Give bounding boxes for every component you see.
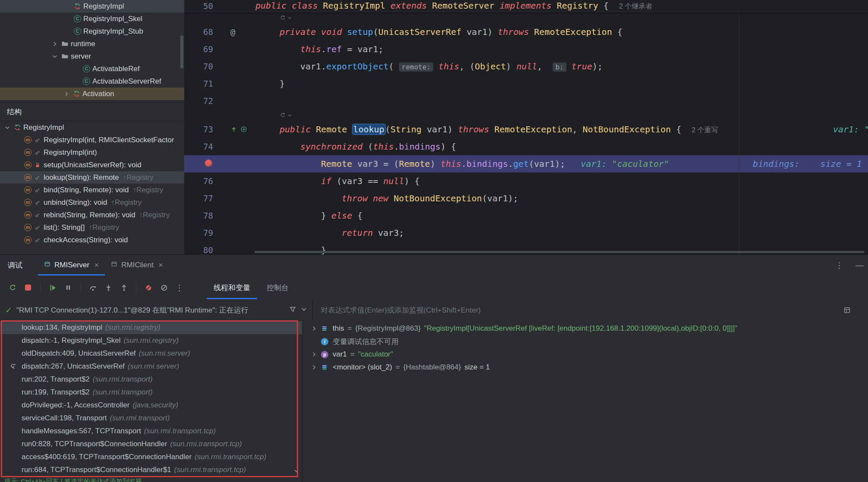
close-icon[interactable]: × <box>94 260 99 270</box>
stack-frame-row[interactable]: doPrivileged:-1, AccessController(java.s… <box>0 399 302 412</box>
more-actions-icon[interactable]: ⋮ <box>173 281 186 294</box>
structure-member[interactable]: mRegistryImpl(int, RMIClientSocketFactor <box>0 134 184 146</box>
structure-member[interactable]: munbind(String): void↑Registry <box>0 196 184 209</box>
stack-frame-row[interactable]: serviceCall:198, Transport(sun.rmi.trans… <box>0 412 302 425</box>
code-line[interactable]: public Remote lookup(String var1) throws… <box>259 124 718 135</box>
chevron-right-icon[interactable] <box>63 91 73 97</box>
stack-frames-list[interactable]: lookup:134, RegistryImpl(sun.rmi.registr… <box>0 321 302 482</box>
stack-frame-row[interactable]: run:684, TCPTransport$ConnectionHandler$… <box>0 463 302 476</box>
evaluate-expression-input[interactable]: 对表达式求值(Enter)或添加监视(Ctrl+Shift+Enter) <box>313 300 868 321</box>
variable-row[interactable]: this={RegistryImpl@863}"RegistryImpl[Uni… <box>302 322 868 335</box>
chevron-down-icon[interactable] <box>4 125 14 131</box>
implements-icon[interactable] <box>230 126 237 133</box>
stack-frame-row[interactable]: run0:828, TCPTransport$ConnectionHandler… <box>0 438 302 451</box>
stop-button[interactable] <box>22 281 35 294</box>
code-line[interactable]: if (var3 == null) { <box>259 176 420 186</box>
tab-threads-variables[interactable]: 线程和变量 <box>207 276 257 299</box>
codevision-icon[interactable] <box>280 15 292 21</box>
structure-member[interactable]: mRegistryImpl(int) <box>0 146 184 159</box>
gutter-line-number[interactable]: 68 <box>184 27 218 37</box>
annotation-icon[interactable]: @ <box>230 27 235 37</box>
project-tree-item[interactable]: server <box>0 50 184 63</box>
gutter-line-number[interactable]: 69 <box>184 44 218 54</box>
gutter-line-number[interactable]: 76 <box>184 176 218 186</box>
pause-button[interactable] <box>62 281 75 294</box>
structure-member[interactable]: mlookup(String): Remote↑Registry <box>0 171 184 184</box>
code-line[interactable]: synchronized (this.bindings) { <box>259 141 456 152</box>
resume-button[interactable] <box>46 281 59 294</box>
stack-frame-row[interactable]: access$400:619, TCPTransport$ConnectionH… <box>0 451 302 463</box>
code-line[interactable]: } else { <box>259 210 362 221</box>
stack-frame-row[interactable]: dispatch:267, UnicastServerRef(sun.rmi.s… <box>0 360 302 373</box>
gutter-line-number[interactable]: 79 <box>184 228 218 238</box>
project-tree-item[interactable]: RegistryImpl <box>0 0 184 13</box>
expand-chevron-icon[interactable] <box>311 326 318 332</box>
code-line[interactable]: var1.exportObject( remote: this, (Object… <box>259 61 603 72</box>
variable-row[interactable]: pvar1="caculator" <box>302 348 868 361</box>
rerun-button[interactable] <box>6 281 19 294</box>
chevron-down-icon[interactable] <box>301 306 307 314</box>
gutter-line-number[interactable]: 77 <box>184 194 218 203</box>
project-tree-item[interactable]: CRegistryImpl_Stub <box>0 25 184 38</box>
stack-frame-row[interactable]: oldDispatch:409, UnicastServerRef(sun.rm… <box>0 347 302 360</box>
structure-member[interactable]: mlist(): String[]↑Registry <box>0 221 184 234</box>
variable-row[interactable]: i变量调试信息不可用 <box>302 335 868 348</box>
hide-panel-icon[interactable]: — <box>855 260 864 270</box>
stack-frame-row[interactable]: lookup:134, RegistryImpl(sun.rmi.registr… <box>0 321 302 334</box>
code-line[interactable]: public class RegistryImpl extends Remote… <box>218 0 652 11</box>
gutter-line-number[interactable] <box>184 159 218 169</box>
thread-status-bar[interactable]: ✓ "RMI TCP Connection(1)-127.0...1"@829 … <box>0 300 313 321</box>
gutter-line-number[interactable]: 72 <box>184 96 218 106</box>
variables-list[interactable]: this={RegistryImpl@863}"RegistryImpl[Uni… <box>302 321 868 482</box>
filter-icon[interactable] <box>289 306 296 315</box>
tab-rmiclient[interactable]: RMIClient × <box>105 255 169 275</box>
code-line[interactable]: } <box>259 78 285 89</box>
chevron-right-icon[interactable] <box>52 41 61 47</box>
gutter-line-number[interactable]: 70 <box>184 62 218 71</box>
chevron-down-icon[interactable] <box>52 53 61 59</box>
tab-rmiserver[interactable]: RMIServer × <box>38 255 105 275</box>
code-line[interactable]: throw new NotBoundException(var1); <box>259 193 518 203</box>
structure-member[interactable]: msetup(UnicastServerRef): void <box>0 159 184 171</box>
mute-breakpoints-button[interactable] <box>142 281 155 294</box>
step-out-button[interactable] <box>117 281 130 294</box>
project-tree-item[interactable]: CActivatableRef <box>0 63 184 75</box>
code-line[interactable]: return var3; <box>259 228 404 238</box>
overridden-icon[interactable] <box>240 126 247 133</box>
step-over-button[interactable] <box>86 281 99 294</box>
code-editor[interactable]: 50public class RegistryImpl extends Remo… <box>184 0 868 254</box>
project-tree-item[interactable]: runtime <box>0 38 184 50</box>
codevision-icon[interactable] <box>280 112 292 118</box>
sticky-line[interactable]: 50public class RegistryImpl extends Remo… <box>184 0 868 12</box>
step-into-button[interactable] <box>102 281 115 294</box>
project-tree-item[interactable]: CActivatableServerRef <box>0 75 184 88</box>
gutter-line-number[interactable]: 74 <box>184 142 218 151</box>
gutter-line-number[interactable]: 73 <box>184 125 218 134</box>
structure-tree[interactable]: RegistryImplmRegistryImpl(int, RMIClient… <box>0 121 184 254</box>
stack-frame-row[interactable]: dispatch:-1, RegistryImpl_Skel(sun.rmi.r… <box>0 334 302 347</box>
project-tree[interactable]: RegistryImplCRegistryImpl_SkelCRegistryI… <box>0 0 184 103</box>
more-icon[interactable]: ⋮ <box>835 260 843 270</box>
expand-chevron-icon[interactable] <box>311 364 318 370</box>
gutter-line-number[interactable]: 80 <box>184 245 218 254</box>
structure-root-item[interactable]: RegistryImpl <box>0 121 184 134</box>
project-tree-scrollbar[interactable] <box>180 35 183 69</box>
editor-hscrollbar[interactable] <box>255 251 865 253</box>
tab-console[interactable]: 控制台 <box>260 276 296 299</box>
project-tree-item[interactable]: Activation <box>0 88 184 100</box>
gutter-line-number[interactable]: 78 <box>184 211 218 220</box>
stack-frame-row[interactable]: run:199, Transport$2(sun.rmi.transport) <box>0 386 302 399</box>
stack-frame-row[interactable]: handleMessages:567, TCPTransport(sun.rmi… <box>0 425 302 438</box>
structure-member[interactable]: mbind(String, Remote): void↑Registry <box>0 184 184 196</box>
project-tree-item[interactable]: CRegistryImpl_Skel <box>0 13 184 25</box>
breakpoint-icon[interactable] <box>205 160 212 167</box>
close-icon[interactable]: × <box>158 260 163 270</box>
gutter-line-number[interactable]: 71 <box>184 79 218 88</box>
layout-settings-icon[interactable] <box>843 307 851 314</box>
code-line[interactable]: this.ref = var1; <box>259 44 384 54</box>
code-line[interactable]: private void setup(UnicastServerRef var1… <box>259 27 623 37</box>
structure-member[interactable]: mcheckAccess(String): void <box>0 234 184 246</box>
view-breakpoints-button[interactable] <box>157 281 170 294</box>
gutter-line-number[interactable]: 50 <box>184 1 218 11</box>
variable-row[interactable]: <monitor> (slot_2)={Hashtable@864}size =… <box>302 361 868 374</box>
